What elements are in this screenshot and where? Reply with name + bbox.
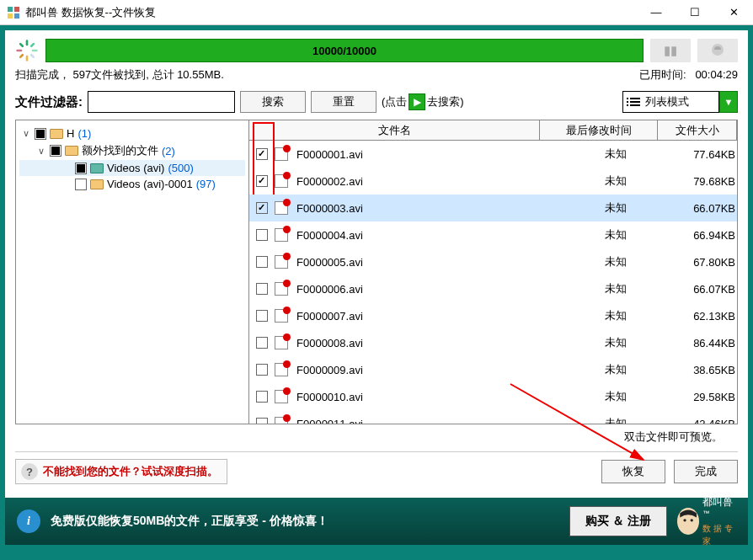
tree-count: (500) — [168, 162, 193, 174]
info-icon: i — [17, 509, 40, 533]
svg-rect-2 — [8, 13, 13, 19]
file-size: 66.07KB — [675, 283, 737, 296]
file-date: 未知 — [557, 254, 675, 269]
file-row[interactable]: F0000004.avi未知66.94KB — [249, 221, 737, 248]
tree-toggle-icon[interactable]: ∨ — [21, 128, 31, 139]
search-button[interactable]: 搜索 — [240, 91, 306, 113]
tree-checkbox[interactable] — [75, 179, 87, 190]
file-date: 未知 — [557, 200, 675, 216]
tree-checkbox[interactable] — [75, 163, 87, 174]
recover-button[interactable]: 恢复 — [601, 460, 665, 483]
file-row[interactable]: F0000010.avi未知29.58KB — [249, 383, 737, 410]
file-name: F0000008.avi — [296, 337, 557, 349]
tree-node[interactable]: Videos (avi) (500) — [19, 160, 245, 176]
file-checkbox[interactable] — [256, 148, 268, 160]
brand-mascot: 都叫兽™数 据 专 家 — [677, 503, 736, 540]
column-date[interactable]: 最后修改时间 — [540, 120, 658, 140]
file-checkbox[interactable] — [256, 310, 268, 322]
tree-label: Videos (avi) — [107, 162, 164, 174]
file-checkbox[interactable] — [256, 391, 268, 403]
scan-status-text: 扫描完成， 597文件被找到, 总计 10.55MB. — [15, 67, 224, 83]
svg-point-15 — [691, 519, 693, 521]
tree-toggle-icon[interactable]: ∨ — [36, 146, 46, 157]
tree-label: H — [67, 127, 74, 140]
file-name: F0000010.avi — [296, 391, 557, 403]
deep-scan-link[interactable]: 不能找到您的文件？试试深度扫描。 — [43, 464, 218, 479]
file-checkbox[interactable] — [256, 364, 268, 376]
tree-node[interactable]: ∨H (1) — [19, 125, 245, 141]
file-name: F0000004.avi — [296, 229, 557, 242]
view-mode-dropdown[interactable]: ▼ — [719, 91, 738, 113]
file-icon — [275, 174, 288, 188]
svg-rect-3 — [14, 13, 19, 19]
file-checkbox[interactable] — [256, 283, 268, 295]
deep-scan-prompt[interactable]: ? 不能找到您的文件？试试深度扫描。 — [15, 459, 227, 484]
finish-button[interactable]: 完成 — [674, 460, 738, 483]
filter-input[interactable] — [88, 91, 235, 113]
file-row[interactable]: F0000008.avi未知86.44KB — [249, 329, 737, 356]
file-date: 未知 — [557, 362, 675, 377]
folder-tree[interactable]: ∨H (1)∨额外找到的文件 (2)Videos (avi) (500)Vide… — [15, 120, 249, 424]
svg-line-7 — [31, 55, 34, 57]
file-row[interactable]: F0000003.avi未知66.07KB — [249, 195, 737, 221]
buy-register-button[interactable]: 购买 ＆ 注册 — [569, 506, 667, 536]
file-date: 未知 — [557, 416, 675, 424]
file-name: F0000011.avi — [296, 418, 557, 424]
svg-point-14 — [683, 519, 686, 521]
svg-rect-0 — [8, 7, 13, 12]
file-checkbox[interactable] — [256, 256, 268, 268]
list-icon — [630, 98, 640, 106]
tree-count: (2) — [162, 145, 175, 157]
file-list-body[interactable]: F0000001.avi未知77.64KBF0000002.avi未知79.68… — [249, 141, 737, 424]
column-size[interactable]: 文件大小 — [658, 120, 737, 140]
column-name[interactable]: 文件名 — [249, 120, 540, 140]
file-icon — [275, 417, 288, 424]
file-icon — [275, 336, 288, 349]
file-checkbox[interactable] — [256, 202, 268, 214]
tree-node[interactable]: Videos (avi)-0001 (97) — [19, 176, 245, 192]
reset-button[interactable]: 重置 — [311, 91, 376, 113]
file-checkbox[interactable] — [256, 337, 268, 349]
file-row[interactable]: F0000001.avi未知77.64KB — [249, 141, 737, 168]
tree-node[interactable]: ∨额外找到的文件 (2) — [19, 141, 245, 160]
folder-icon — [90, 179, 104, 189]
file-name: F0000005.avi — [296, 256, 557, 269]
go-search-icon[interactable]: ▶ — [409, 93, 425, 110]
file-size: 66.07KB — [675, 202, 737, 215]
file-row[interactable]: F0000005.avi未知67.80KB — [249, 248, 737, 275]
tree-checkbox[interactable] — [50, 145, 61, 157]
file-name: F0000009.avi — [296, 364, 557, 376]
file-row[interactable]: F0000009.avi未知38.65KB — [249, 356, 737, 383]
file-date: 未知 — [557, 281, 675, 296]
file-row[interactable]: F0000006.avi未知66.07KB — [249, 275, 737, 302]
file-checkbox[interactable] — [256, 229, 268, 241]
close-button[interactable]: ✕ — [714, 0, 753, 25]
file-checkbox[interactable] — [256, 418, 268, 424]
file-checkbox[interactable] — [256, 175, 268, 187]
file-row[interactable]: F0000011.avi未知42.46KB — [249, 410, 737, 424]
svg-rect-1 — [14, 7, 19, 12]
view-mode-button[interactable]: 列表模式 — [622, 91, 719, 113]
file-row[interactable]: F0000002.avi未知79.68KB — [249, 168, 737, 195]
file-icon — [275, 282, 288, 296]
stop-button[interactable] — [697, 39, 738, 62]
file-date: 未知 — [557, 308, 675, 323]
file-date: 未知 — [557, 227, 675, 243]
title-bar: 都叫兽 数据恢复--文件恢复 — ☐ ✕ — [0, 0, 753, 25]
progress-text: 10000/10000 — [312, 45, 376, 57]
maximize-button[interactable]: ☐ — [676, 0, 714, 25]
file-size: 79.68KB — [675, 175, 737, 188]
file-row[interactable]: F0000007.avi未知62.13KB — [249, 302, 737, 329]
svg-line-5 — [31, 44, 34, 46]
spinner-icon — [15, 39, 39, 62]
stop-icon — [710, 42, 725, 60]
minimize-button[interactable]: — — [637, 0, 676, 25]
pause-button[interactable]: ▮▮ — [650, 39, 691, 62]
file-size: 38.65KB — [675, 364, 737, 376]
preview-hint: 双击文件即可预览。 — [15, 424, 738, 448]
tree-checkbox[interactable] — [35, 128, 46, 140]
file-size: 66.94KB — [675, 229, 737, 242]
file-size: 42.46KB — [675, 418, 737, 424]
file-icon — [275, 228, 288, 242]
file-icon — [275, 390, 288, 403]
